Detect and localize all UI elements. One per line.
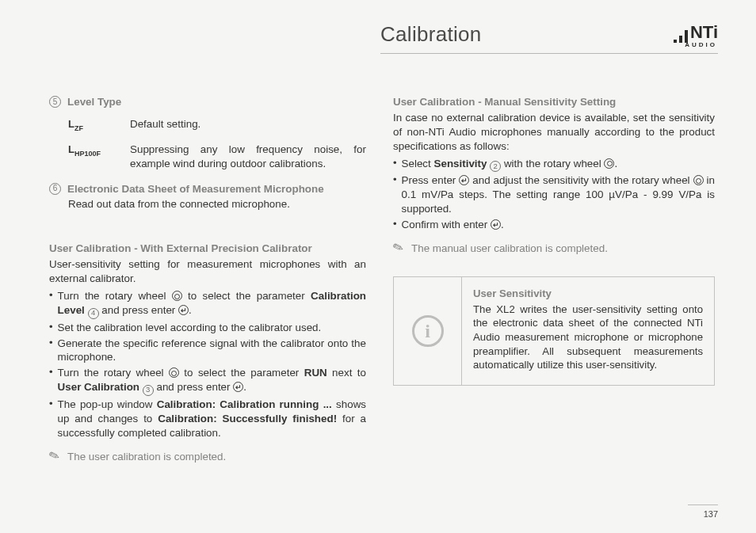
label-lzf: LZF: [68, 117, 117, 133]
info-box: i User Sensitivity The XL2 writes the us…: [393, 276, 715, 386]
circled-number-6: 6: [49, 183, 61, 195]
lzf-pre: L: [68, 118, 74, 130]
circled-number-5: 5: [49, 96, 61, 108]
hand-icon: ✎: [391, 240, 405, 257]
ext-step-2: Set the calibration level according to t…: [49, 321, 366, 335]
info-icon: i: [412, 315, 444, 347]
brand-text: NTi: [690, 22, 718, 43]
header-divider: [380, 53, 718, 54]
info-icon-cell: i: [394, 277, 462, 385]
ext-cal-steps: Turn the rotary wheel to select the para…: [49, 289, 366, 440]
lzf-sub: ZF: [74, 124, 83, 132]
brand-logo: NTi AUDIO: [674, 22, 718, 48]
left-column: 5 Level Type LZF Default setting. LHP100…: [49, 95, 366, 464]
circled-number-3: 3: [143, 385, 154, 396]
document-page: Calibration NTi AUDIO 5 Level Type LZF D…: [0, 0, 756, 533]
manual-cal-steps: Select Sensitivity 2 with the rotary whe…: [393, 157, 715, 232]
manual-cal-done: ✎ The manual user calibration is complet…: [393, 242, 715, 256]
circled-number-4: 4: [88, 308, 99, 319]
item-6-heading: 6 Electronic Data Sheet of Measurement M…: [49, 182, 366, 196]
manual-cal-intro: In case no external calibration device i…: [393, 111, 715, 154]
item-6-text: Read out data from the connected microph…: [68, 197, 366, 211]
ext-step-5: The pop-up window Calibration: Calibrati…: [49, 398, 366, 440]
text-lhp100f: Suppressing any low frequency noise, for…: [130, 143, 366, 171]
info-heading: User Sensitivity: [473, 287, 703, 301]
man-step-2: Press enter and adjust the sensitivity w…: [393, 173, 715, 216]
man-step-3: Confirm with enter .: [393, 218, 715, 232]
row-lhp100f: LHP100F Suppressing any low frequency no…: [68, 143, 366, 171]
ext-step-4: Turn the rotary wheel to select the para…: [49, 366, 366, 395]
page-number: 137: [704, 509, 718, 519]
item-6-title: Electronic Data Sheet of Measurement Mic…: [67, 182, 324, 196]
enter-icon: [233, 382, 243, 392]
page-title: Calibration: [380, 22, 482, 47]
page-header: Calibration NTi AUDIO: [49, 22, 718, 48]
hand-icon: ✎: [47, 448, 61, 465]
text-lzf: Default setting.: [130, 117, 366, 131]
label-lhp100f: LHP100F: [68, 143, 117, 158]
enter-icon: [491, 219, 501, 230]
brand-subtext: AUDIO: [685, 41, 717, 48]
circled-number-2: 2: [490, 161, 501, 172]
rotary-wheel-icon: [604, 158, 614, 169]
info-content: User Sensitivity The XL2 writes the user…: [462, 277, 714, 385]
rotary-wheel-icon: [172, 291, 182, 301]
ext-step-3: Generate the specific reference signal w…: [49, 337, 366, 365]
item-5-heading: 5 Level Type: [49, 95, 366, 109]
ext-cal-done-text: The user calibration is completed.: [67, 450, 226, 464]
brand-name: NTi: [674, 22, 718, 43]
lhp-pre: L: [68, 143, 74, 155]
level-type-table: LZF Default setting. LHP100F Suppressing…: [68, 117, 366, 171]
enter-icon: [459, 175, 469, 185]
ext-cal-heading: User Calibration - With External Precisi…: [49, 242, 366, 256]
ext-cal-intro: User-sensitivity setting for measurement…: [49, 257, 366, 286]
row-lzf: LZF Default setting.: [68, 117, 366, 133]
content-columns: 5 Level Type LZF Default setting. LHP100…: [49, 95, 718, 464]
info-body: The XL2 writes the user-sensitivity sett…: [473, 303, 703, 372]
rotary-wheel-icon: [693, 175, 704, 185]
ext-step-1: Turn the rotary wheel to select the para…: [49, 289, 366, 318]
item-5-title: Level Type: [67, 95, 121, 109]
rotary-wheel-icon: [169, 367, 179, 378]
manual-cal-done-text: The manual user calibration is completed…: [411, 242, 608, 256]
manual-cal-heading: User Calibration - Manual Sensitivity Se…: [393, 95, 715, 109]
man-step-1: Select Sensitivity 2 with the rotary whe…: [393, 157, 715, 172]
ext-cal-done: ✎ The user calibration is completed.: [49, 450, 366, 464]
enter-icon: [178, 305, 189, 315]
lhp-sub: HP100F: [74, 149, 101, 157]
right-column: User Calibration - Manual Sensitivity Se…: [393, 95, 715, 464]
